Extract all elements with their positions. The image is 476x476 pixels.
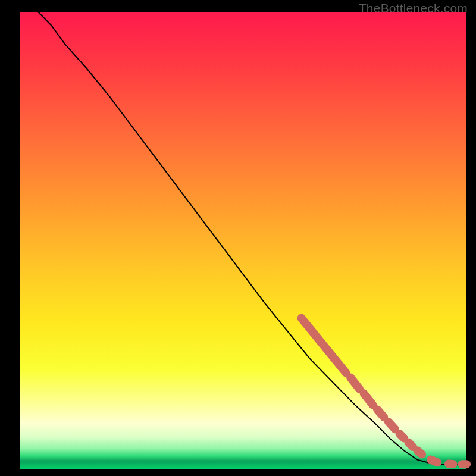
highlight-segment xyxy=(302,318,346,373)
highlight-segment xyxy=(377,409,384,417)
highlight-segment xyxy=(389,422,395,429)
chart-frame: TheBottleneck.com xyxy=(0,0,476,476)
bottleneck-curve xyxy=(38,12,466,464)
highlight-segment xyxy=(364,393,373,405)
watermark-text: TheBottleneck.com xyxy=(359,1,468,15)
highlight-segment xyxy=(418,450,422,454)
highlight-segment xyxy=(400,434,405,439)
highlight-segment xyxy=(431,460,437,463)
highlight-segment xyxy=(409,443,414,447)
highlight-segment xyxy=(350,377,359,389)
plot-area xyxy=(20,12,466,469)
curve-layer xyxy=(20,12,466,469)
highlight-markers xyxy=(302,318,467,465)
